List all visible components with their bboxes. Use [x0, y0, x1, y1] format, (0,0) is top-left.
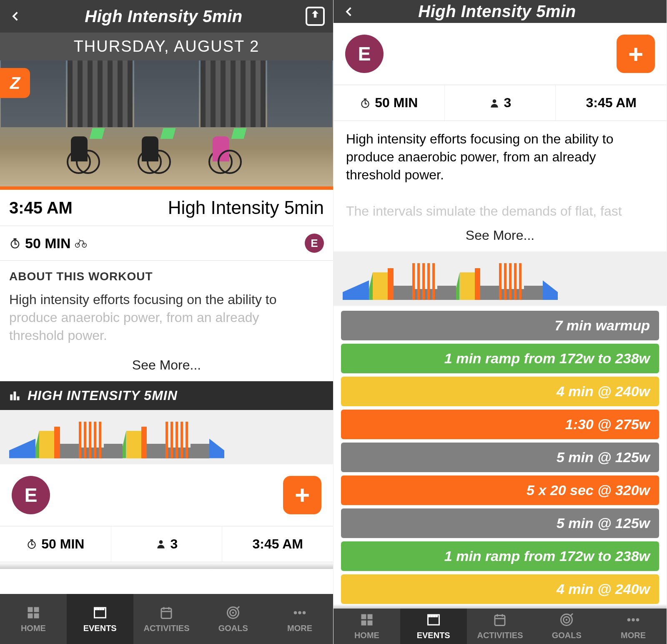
- duration-row: 50 MIN E: [0, 226, 333, 261]
- svg-rect-13: [34, 613, 39, 618]
- event-time: 3:45 AM: [9, 199, 73, 217]
- event-name: High Intensity 5min: [73, 197, 324, 218]
- tab-bar: HOMEEVENTSACTIVITIESGOALSMORE: [0, 594, 333, 644]
- date-bar: THURSDAY, AUGUST 2: [0, 33, 333, 60]
- workout-profile-chart: [334, 252, 667, 306]
- badge-plus-row: E +: [0, 464, 333, 526]
- svg-rect-11: [34, 607, 39, 612]
- svg-rect-5: [14, 392, 16, 400]
- interval-item[interactable]: 1 min ramp from 172w to 238w: [341, 344, 659, 373]
- interval-list: 7 min warmup1 min ramp from 172w to 238w…: [334, 306, 667, 604]
- svg-point-29: [303, 611, 306, 614]
- svg-point-25: [232, 611, 234, 614]
- see-more-button[interactable]: See More...: [0, 354, 333, 381]
- tab-goals[interactable]: GOALS: [533, 609, 600, 644]
- svg-rect-41: [435, 615, 438, 617]
- interval-item[interactable]: 5 min @ 125w: [341, 443, 659, 472]
- svg-point-51: [632, 618, 635, 621]
- tab-events[interactable]: EVENTS: [67, 594, 133, 644]
- add-button[interactable]: +: [283, 476, 321, 514]
- about-section: ABOUT THIS WORKOUT High intensity effort…: [0, 261, 333, 354]
- back-button[interactable]: [342, 5, 355, 18]
- right-screen: High Intensity 5min E + 50 MIN 3 3:45 AM…: [334, 0, 667, 644]
- section-bar: HIGH INTENSITY 5MIN: [0, 381, 333, 410]
- svg-rect-38: [428, 615, 430, 617]
- interval-item[interactable]: 1:30 @ 275w: [341, 410, 659, 439]
- left-screen: High Intensity 5min THURSDAY, AUGUST 2 Z…: [0, 0, 334, 644]
- svg-rect-12: [28, 613, 33, 618]
- workout-profile-chart: [0, 410, 333, 464]
- svg-rect-18: [102, 608, 104, 610]
- interval-item[interactable]: 4 min @ 240w: [341, 377, 659, 406]
- tab-more[interactable]: MORE: [266, 594, 333, 644]
- svg-rect-34: [367, 614, 372, 619]
- interval-item[interactable]: 5 min @ 125w: [341, 508, 659, 538]
- svg-rect-1: [14, 238, 17, 240]
- tab-home[interactable]: HOME: [334, 609, 400, 644]
- svg-point-48: [566, 619, 568, 621]
- svg-rect-39: [433, 615, 435, 617]
- header-bar: High Intensity 5min: [334, 0, 667, 23]
- svg-point-50: [627, 618, 631, 621]
- bike-icon: [75, 237, 87, 249]
- duration-label: 50 MIN: [9, 235, 87, 252]
- svg-line-49: [570, 614, 573, 616]
- interval-item[interactable]: 4 min @ 240w: [341, 574, 659, 604]
- stopwatch-icon: [26, 538, 37, 549]
- svg-rect-40: [430, 615, 433, 617]
- stat-participants: 3: [111, 526, 223, 562]
- svg-rect-15: [94, 608, 97, 610]
- description: High intensity efforts focusing on the a…: [334, 121, 667, 224]
- page-title: High Intensity 5min: [355, 2, 639, 21]
- svg-point-9: [159, 540, 163, 544]
- svg-rect-16: [99, 608, 102, 610]
- stat-time: 3:45 AM: [556, 85, 667, 121]
- header-bar: High Intensity 5min: [0, 0, 333, 33]
- cyclist-icon: [129, 136, 167, 174]
- stat-participants: 3: [445, 85, 556, 121]
- tab-bar: HOMEEVENTSACTIVITIESGOALSMORE: [334, 609, 667, 644]
- tab-goals[interactable]: GOALS: [200, 594, 266, 644]
- stopwatch-icon: [360, 98, 371, 108]
- difficulty-badge: E: [305, 234, 324, 253]
- difficulty-badge-large: E: [345, 35, 384, 73]
- bar-chart-icon: [9, 390, 21, 401]
- cyclist-icon: [200, 136, 238, 174]
- svg-rect-36: [367, 621, 372, 626]
- badge-plus-row: E +: [334, 23, 667, 85]
- svg-point-32: [492, 99, 496, 103]
- about-heading: ABOUT THIS WORKOUT: [9, 270, 324, 283]
- interval-item[interactable]: 7 min warmup: [341, 311, 659, 340]
- difficulty-badge-large: E: [12, 476, 50, 514]
- svg-rect-6: [17, 396, 20, 400]
- stopwatch-icon: [9, 237, 21, 249]
- share-button[interactable]: [306, 7, 325, 26]
- tab-activities[interactable]: ACTIVITIES: [467, 609, 534, 644]
- svg-rect-10: [28, 607, 33, 612]
- tab-activities[interactable]: ACTIVITIES: [133, 594, 200, 644]
- interval-item[interactable]: 1 min ramp from 172w to 238w: [341, 541, 659, 571]
- svg-rect-33: [361, 614, 366, 619]
- zwift-badge: Z: [0, 68, 30, 98]
- tab-home[interactable]: HOME: [0, 594, 67, 644]
- stat-time: 3:45 AM: [222, 526, 333, 562]
- svg-rect-19: [161, 608, 171, 618]
- tab-more[interactable]: MORE: [600, 609, 667, 644]
- add-button[interactable]: +: [617, 35, 655, 73]
- svg-rect-17: [97, 608, 99, 610]
- tab-events[interactable]: EVENTS: [400, 609, 467, 644]
- svg-point-52: [636, 618, 639, 621]
- back-button[interactable]: [8, 10, 22, 23]
- svg-rect-42: [495, 616, 505, 626]
- stats-row: 50 MIN 3 3:45 AM: [334, 85, 667, 121]
- person-icon: [489, 98, 500, 108]
- svg-point-28: [298, 611, 301, 614]
- cyclist-icon: [58, 136, 96, 174]
- svg-rect-35: [361, 621, 366, 626]
- person-icon: [155, 538, 166, 549]
- see-more-button[interactable]: See More...: [334, 224, 667, 252]
- stat-duration: 50 MIN: [334, 85, 445, 121]
- svg-line-26: [237, 606, 239, 609]
- interval-item[interactable]: 5 x 20 sec @ 320w: [341, 475, 659, 505]
- hero-image: Z: [0, 60, 333, 190]
